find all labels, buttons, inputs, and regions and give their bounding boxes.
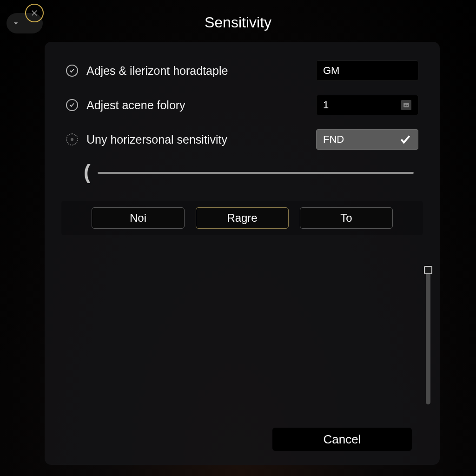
- check-icon: [69, 67, 75, 74]
- cancel-button[interactable]: Cancel: [272, 428, 412, 451]
- close-button[interactable]: [25, 4, 44, 22]
- value-field-2[interactable]: 1: [316, 95, 418, 115]
- preset-button-ragre-label: Ragre: [227, 212, 257, 225]
- option-row-2: Adjest acene folory 1: [66, 95, 418, 115]
- toggle-field-3[interactable]: FND: [316, 129, 418, 150]
- sensitivity-slider[interactable]: (: [84, 164, 418, 182]
- preset-button-noi-label: Noi: [130, 212, 146, 225]
- value-text-1: GM: [323, 65, 339, 77]
- option-row-3: Uny horizersonal sensitivity FND: [66, 129, 418, 150]
- preset-button-to[interactable]: To: [300, 207, 393, 229]
- radio-option-3[interactable]: [66, 133, 78, 145]
- option-row-1: Adjes & ilerizont horadtaple GM: [66, 60, 418, 81]
- preset-button-to-label: To: [340, 212, 352, 225]
- checkbox-option-1[interactable]: [66, 65, 78, 77]
- page-title: Sensitivity: [0, 14, 476, 31]
- check-icon: [69, 102, 75, 108]
- cancel-button-label: Cancel: [324, 432, 361, 447]
- chevron-down-icon: [11, 19, 20, 28]
- slider-track: [98, 172, 414, 174]
- check-icon: [399, 133, 411, 145]
- preset-button-ragre[interactable]: Ragre: [196, 207, 289, 229]
- scrollbar-thumb[interactable]: [424, 266, 432, 274]
- option-label-1: Adjes & ilerizont horadtaple: [86, 64, 316, 78]
- slider-thumb[interactable]: (: [84, 164, 91, 180]
- value-text-2: 1: [323, 99, 329, 111]
- close-icon: [30, 9, 39, 17]
- vertical-scrollbar[interactable]: [426, 270, 430, 404]
- svg-rect-2: [403, 103, 409, 107]
- option-label-3: Uny horizersonal sensitivity: [86, 133, 316, 146]
- preset-button-noi[interactable]: Noi: [92, 207, 185, 229]
- value-text-3: FND: [323, 133, 344, 145]
- settings-panel: Adjes & ilerizont horadtaple GM Adjest a…: [45, 42, 440, 465]
- option-label-2: Adjest acene folory: [86, 99, 316, 112]
- value-field-1[interactable]: GM: [316, 60, 418, 81]
- stepper-icon[interactable]: [401, 100, 411, 110]
- image-icon: [403, 102, 410, 108]
- checkbox-option-2[interactable]: [66, 99, 78, 111]
- preset-button-row: Noi Ragre To: [61, 201, 423, 235]
